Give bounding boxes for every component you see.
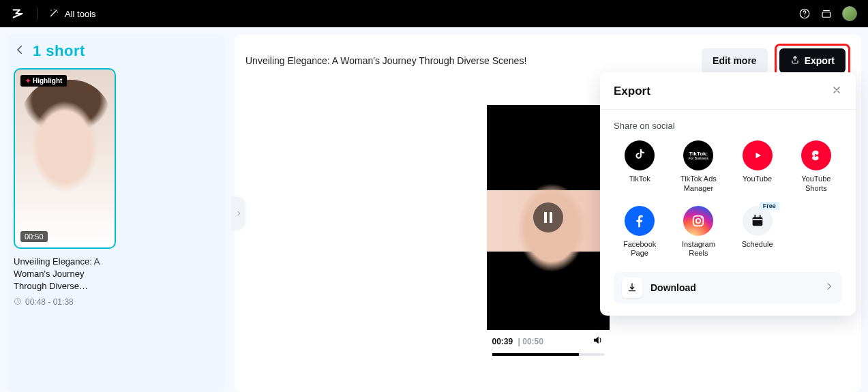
magic-wand-icon xyxy=(48,7,59,20)
instagram-icon xyxy=(683,206,713,236)
export-panel: Export Share on social TikTok TikTok: xyxy=(600,72,856,316)
avatar[interactable] xyxy=(842,6,857,21)
sidebar-header: 1 short xyxy=(14,42,218,60)
svg-point-6 xyxy=(701,217,702,218)
share-instagram[interactable]: Instagram Reels xyxy=(672,206,724,259)
time-display: 00:39 | 00:50 xyxy=(492,337,543,346)
share-youtube[interactable]: YouTube xyxy=(732,140,783,194)
share-schedule[interactable]: Free Schedule xyxy=(732,206,783,259)
clip-title: Unveiling Elegance: A Woman's Journey Th… xyxy=(14,256,116,293)
all-tools-button[interactable]: All tools xyxy=(48,7,96,20)
topbar: All tools xyxy=(0,0,868,27)
download-icon xyxy=(622,277,642,298)
edit-more-button[interactable]: Edit more xyxy=(702,48,768,73)
clip-range: 00:48 - 01:38 xyxy=(14,297,116,307)
share-tiktok[interactable]: TikTok xyxy=(614,140,665,194)
calendar-icon xyxy=(743,206,773,236)
projects-icon[interactable] xyxy=(820,7,833,20)
pause-icon xyxy=(544,212,552,223)
progress-bar[interactable] xyxy=(492,353,604,356)
download-button[interactable]: Download xyxy=(614,272,842,303)
chevron-right-icon xyxy=(824,282,834,294)
total-time: 00:50 xyxy=(522,337,543,346)
video-title: Unveiling Elegance: A Woman's Journey Th… xyxy=(245,55,526,66)
clip-card[interactable]: Highlight 00:50 Unveiling Elegance: A Wo… xyxy=(14,68,116,307)
app-logo[interactable] xyxy=(11,6,26,21)
back-button[interactable] xyxy=(14,44,26,59)
social-grid: TikTok TikTok: For Business TikTok Ads M… xyxy=(614,140,842,258)
short-count: 1 short xyxy=(33,42,85,60)
share-tiktok-ads[interactable]: TikTok: For Business TikTok Ads Manager xyxy=(672,140,724,194)
share-youtube-shorts[interactable]: YouTube Shorts xyxy=(790,140,842,194)
close-icon[interactable] xyxy=(831,85,842,98)
download-label: Download xyxy=(650,282,816,293)
tiktok-icon xyxy=(625,140,655,170)
progress-fill xyxy=(492,353,580,356)
main: 1 short Highlight 00:50 Unveiling Elegan… xyxy=(0,27,868,392)
clock-icon xyxy=(14,297,22,307)
svg-point-1 xyxy=(804,16,805,17)
svg-rect-7 xyxy=(752,217,762,226)
svg-rect-2 xyxy=(822,12,830,18)
video-player: 00:39 | 00:50 xyxy=(487,105,610,361)
volume-icon[interactable] xyxy=(592,334,604,349)
divider xyxy=(600,109,856,110)
player-controls: 00:39 | 00:50 xyxy=(487,330,610,352)
topbar-right xyxy=(798,6,857,21)
clip-thumbnail[interactable]: Highlight 00:50 xyxy=(14,68,116,249)
video-canvas[interactable] xyxy=(487,105,610,330)
youtube-icon xyxy=(743,140,773,170)
content-panel: Unveiling Elegance: A Woman's Journey Th… xyxy=(235,34,861,392)
facebook-icon xyxy=(625,206,655,236)
export-panel-header: Export xyxy=(614,85,842,98)
share-facebook[interactable]: Facebook Page xyxy=(614,206,665,259)
youtube-shorts-icon xyxy=(801,140,831,170)
collapse-sidebar-handle[interactable] xyxy=(233,197,245,230)
share-on-social-label: Share on social xyxy=(614,121,842,131)
sidebar: 1 short Highlight 00:50 Unveiling Elegan… xyxy=(7,34,225,392)
highlight-badge: Highlight xyxy=(20,75,67,87)
all-tools-label: All tools xyxy=(65,9,96,19)
help-icon[interactable] xyxy=(798,7,811,20)
free-badge: Free xyxy=(760,202,779,210)
export-button[interactable]: Export xyxy=(779,48,845,73)
pause-button[interactable] xyxy=(533,202,563,232)
current-time: 00:39 xyxy=(492,337,513,346)
clip-range-text: 00:48 - 01:38 xyxy=(25,297,74,307)
export-label: Export xyxy=(805,55,835,66)
tiktok-ads-icon: TikTok: For Business xyxy=(683,140,713,170)
divider xyxy=(37,7,38,20)
export-panel-title: Export xyxy=(614,85,650,98)
svg-point-5 xyxy=(696,218,700,222)
duration-badge: 00:50 xyxy=(20,231,48,242)
export-icon xyxy=(790,55,800,67)
topbar-left: All tools xyxy=(11,6,96,21)
